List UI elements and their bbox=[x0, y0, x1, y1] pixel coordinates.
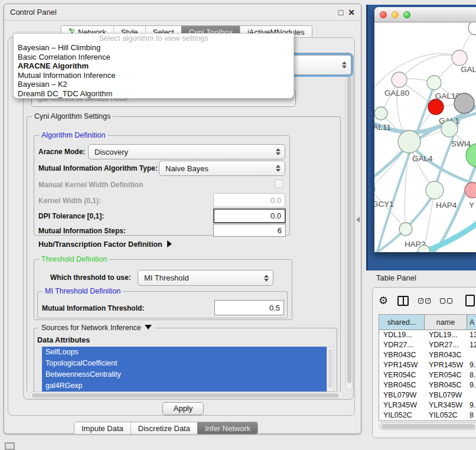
table-cell: 9. bbox=[467, 400, 476, 410]
deselect-all-icon[interactable] bbox=[440, 298, 452, 304]
network-node-hap2[interactable] bbox=[399, 223, 412, 236]
network-view-window: GALGAL80GAL10GAL1GAL11SWI4GAL4GCY1HAP4YH… bbox=[374, 7, 476, 252]
sources-legend[interactable]: Sources for Network Inference bbox=[39, 324, 154, 332]
algorithm-option[interactable]: Basic Correlation Inference bbox=[14, 53, 294, 62]
table-row[interactable]: YDL19...YDL19...13 bbox=[379, 330, 476, 340]
minimize-traffic-light-icon[interactable] bbox=[392, 11, 399, 18]
network-node-swi4[interactable] bbox=[441, 120, 458, 137]
column-header[interactable]: A bbox=[467, 315, 476, 330]
attribute-item[interactable]: BetweennessCentrality bbox=[42, 369, 327, 380]
table-row[interactable]: YBR043CYBR043C bbox=[379, 350, 476, 360]
table-row[interactable]: YLR345WYLR345W9. bbox=[379, 400, 476, 410]
table-row[interactable]: YER054CYER054C8. bbox=[379, 370, 476, 380]
control-panel-title: Control Panel bbox=[10, 8, 57, 17]
network-edge[interactable] bbox=[399, 55, 459, 80]
table-cell: YPR145W bbox=[379, 360, 425, 370]
export-table-icon[interactable] bbox=[465, 295, 475, 306]
table-cell: YER054C bbox=[425, 370, 467, 380]
node-label: Y bbox=[469, 201, 474, 210]
network-node-y[interactable] bbox=[465, 182, 476, 198]
attribute-item[interactable]: gal4RGexp bbox=[42, 380, 327, 392]
select-all-icon[interactable] bbox=[418, 298, 431, 304]
data-attributes-list: SelfLoopsTopologicalCoefficientBetweenne… bbox=[42, 347, 327, 392]
mi-type-label: Mutual Information Algorithm Type: bbox=[38, 164, 158, 172]
float-window-icon[interactable]: □ bbox=[338, 8, 343, 17]
tab-discretize-data[interactable]: Discretize Data bbox=[131, 422, 197, 434]
threshold-definition-legend: Threshold Definition bbox=[39, 255, 109, 263]
attribute-item[interactable]: TopologicalCoefficient bbox=[42, 358, 327, 369]
table-panel-card: ⚙ shared...nameA YDL19...YDL19...13YDR27… bbox=[372, 287, 476, 438]
network-edge[interactable] bbox=[374, 54, 459, 93]
algorithm-dropdown-prompt: Select algorithm to view settings bbox=[14, 34, 294, 43]
table-cell: 8 bbox=[467, 410, 476, 420]
hub-definition-toggle[interactable]: Hub/Transcription Factor Definition bbox=[38, 240, 172, 249]
settings-vertical-scrollbar[interactable] bbox=[345, 58, 353, 390]
network-node[interactable] bbox=[468, 22, 476, 35]
column-header[interactable]: shared... bbox=[379, 315, 425, 330]
table-row[interactable]: YBR045CYBR045C9. bbox=[379, 380, 476, 390]
table-row[interactable]: YBL079WYBL079W bbox=[379, 390, 476, 400]
algorithm-option[interactable]: Mutual Information Inference bbox=[14, 71, 294, 80]
mi-steps-field[interactable]: 6 bbox=[213, 224, 286, 237]
which-threshold-combo[interactable]: MI Threshold bbox=[138, 270, 273, 286]
tab-impute-data[interactable]: Impute Data bbox=[74, 422, 131, 434]
column-header[interactable]: name bbox=[425, 315, 467, 330]
mi-type-combo[interactable]: Naive Bayes bbox=[159, 161, 285, 176]
network-window-titlebar[interactable] bbox=[374, 7, 476, 22]
settings-horizontal-scrollbar[interactable] bbox=[29, 392, 344, 399]
mi-threshold-field[interactable]: 0.5 bbox=[214, 300, 284, 315]
attribute-item[interactable]: SelfLoops bbox=[42, 347, 327, 358]
network-node-gal4[interactable] bbox=[398, 131, 420, 153]
table-row[interactable]: YPR145WYPR145W9. bbox=[379, 360, 476, 370]
chevron-down-icon bbox=[145, 325, 152, 330]
algorithm-option[interactable]: Bayesian – K2 bbox=[14, 80, 294, 89]
control-panel-titlebar: Control Panel □ ✕ bbox=[4, 4, 361, 21]
network-node[interactable] bbox=[454, 93, 474, 113]
kernel-width-field[interactable]: 0.0 bbox=[213, 193, 285, 207]
table-row[interactable]: YDR27...YDR27...12 bbox=[379, 340, 476, 350]
table-cell: 9. bbox=[467, 380, 476, 390]
table-body: YDL19...YDL19...13YDR27...YDR27...12YBR0… bbox=[379, 330, 476, 420]
stepper-icon bbox=[276, 148, 281, 155]
table-cell bbox=[467, 390, 476, 400]
attributes-scrollbar[interactable] bbox=[327, 347, 334, 392]
dpi-tolerance-label: DPI Tolerance [0,1]: bbox=[38, 212, 104, 220]
algorithm-option[interactable]: Bayesian – Hill Climbing bbox=[14, 43, 294, 53]
network-node-gal[interactable] bbox=[452, 50, 467, 66]
gear-icon[interactable]: ⚙ bbox=[379, 295, 388, 306]
apply-button[interactable]: Apply bbox=[162, 402, 204, 415]
algorithm-option[interactable]: Dream8 DC_TDC Algorithm bbox=[14, 89, 294, 99]
dpi-tolerance-field[interactable]: 0.0 bbox=[213, 208, 286, 223]
table-row[interactable]: YIL052CYIL052C8 bbox=[379, 410, 476, 420]
network-node-gal1[interactable] bbox=[428, 99, 444, 115]
network-node-gal11[interactable] bbox=[374, 107, 387, 120]
table-cell: 8. bbox=[467, 370, 476, 380]
algorithm-dropdown-items: Bayesian – Hill ClimbingBasic Correlatio… bbox=[14, 43, 294, 99]
network-node-hap4[interactable] bbox=[426, 181, 444, 199]
cyni-algorithm-settings-legend: Cyni Algorithm Settings bbox=[32, 112, 113, 120]
manual-kernel-label: Manual Kernel Width Definition bbox=[38, 181, 143, 189]
aracne-mode-combo[interactable]: Discovery bbox=[88, 144, 285, 159]
table-horizontal-scrollbar[interactable] bbox=[379, 422, 476, 430]
network-node-gal80[interactable] bbox=[392, 72, 407, 87]
aracne-mode-label: Aracne Mode: bbox=[38, 148, 85, 156]
stepper-icon bbox=[276, 165, 281, 172]
zoom-traffic-light-icon[interactable] bbox=[403, 11, 410, 18]
close-traffic-light-icon[interactable] bbox=[380, 11, 387, 18]
node-label: GAL4 bbox=[412, 154, 433, 163]
manual-kernel-checkbox[interactable] bbox=[275, 180, 283, 188]
network-node-gal10[interactable] bbox=[427, 76, 441, 90]
columns-icon[interactable] bbox=[397, 296, 409, 306]
stepper-icon bbox=[264, 275, 269, 282]
data-attributes-label: Data Attributes bbox=[37, 336, 90, 344]
table-cell: YIL052C bbox=[425, 410, 467, 420]
tab-infer-network[interactable]: Infer Network bbox=[197, 422, 257, 434]
network-node-gcy1[interactable] bbox=[374, 184, 375, 194]
table-panel-title: Table Panel bbox=[376, 273, 416, 282]
close-icon[interactable]: ✕ bbox=[348, 8, 355, 17]
algorithm-option[interactable]: ARACNE Algorithm bbox=[14, 61, 294, 71]
network-canvas[interactable]: GALGAL80GAL10GAL1GAL11SWI4GAL4GCY1HAP4YH… bbox=[374, 22, 476, 252]
minimized-panel-icon[interactable] bbox=[5, 442, 15, 450]
aracne-mode-value: Discovery bbox=[89, 148, 276, 156]
split-pane-collapse-icon[interactable] bbox=[356, 217, 360, 223]
